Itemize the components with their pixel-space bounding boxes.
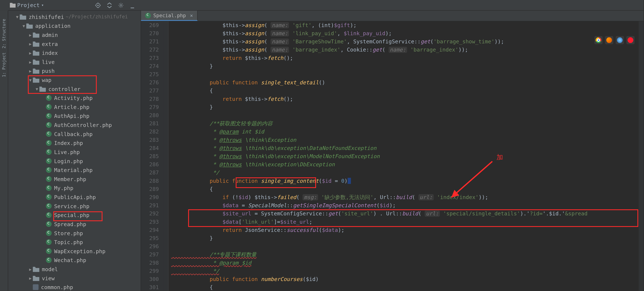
tree-item-member-php[interactable]: Member.php [8,174,140,184]
tree-item-wapexception-php[interactable]: WapException.php [8,247,140,256]
tree-item-publicapi-php[interactable]: PublicApi.php [8,193,140,202]
line-number: 270 [149,29,159,38]
php-class-icon [46,194,52,200]
tree-item-callback-php[interactable]: Callback.php [8,129,140,138]
tree-item-view[interactable]: ▶view [8,274,140,283]
tree-item-push[interactable]: ▶push [8,66,140,75]
line-number: 285 [149,152,159,161]
tree-item-application[interactable]: ▼application [8,21,140,30]
tree-item-service-php[interactable]: Service.php [8,202,140,211]
tree-item-activity-php[interactable]: Activity.php [8,93,140,102]
line-number: 299 [149,267,159,275]
line-number: 298 [149,259,159,267]
annotation-arrow [448,156,496,202]
tree-item-wap[interactable]: ▼wap [8,75,140,84]
chrome-icon[interactable] [594,36,603,44]
folder-icon [39,86,46,92]
svg-point-1 [97,4,98,6]
folder-icon [33,68,39,74]
folder-icon [10,2,16,7]
php-class-icon [46,176,52,182]
line-gutter: 2692702712722732742752762772782792802812… [141,21,164,291]
project-dropdown[interactable]: Project ▾ [8,2,46,8]
tree-item-article-php[interactable]: Article.php [8,102,140,112]
php-class-icon [46,122,52,128]
line-number: 292 [149,210,159,218]
folder-icon [20,14,26,20]
line-number: 277 [149,87,159,95]
php-class-icon [46,158,52,164]
project-tool[interactable]: 1: Project [2,52,6,77]
php-class-icon [46,167,52,173]
tree-item-special-php[interactable]: Special.php [8,211,140,220]
structure-tool[interactable]: 2: Structure [2,19,6,48]
project-label: Project [17,2,40,8]
line-number: 275 [149,70,159,79]
tree-item-wechat-php[interactable]: Wechat.php [8,256,140,265]
line-number: 297 [149,251,159,259]
php-class-icon [46,95,52,101]
safari-icon[interactable] [616,36,624,44]
php-class-icon [46,239,52,245]
tree-item-topic-php[interactable]: Topic.php [8,238,140,247]
php-class-icon [46,221,52,227]
line-number: 271 [149,38,159,46]
tree-item-common[interactable]: common.php [8,283,140,291]
code-area[interactable]: $this->assign( name: 'gift', (int)$gift)… [168,21,638,291]
php-class-icon [46,140,52,146]
folder-icon [33,32,39,38]
error-stripe[interactable] [638,21,644,291]
tab-label: Special.php [154,12,186,18]
line-number: 288 [149,177,159,185]
tree-item-material-php[interactable]: Material.php [8,166,140,175]
svg-point-6 [120,4,122,6]
hide-icon[interactable]: ⎯ [129,2,136,8]
line-number: 291 [149,202,159,210]
folder-icon [33,50,39,56]
line-number: 295 [149,234,159,243]
tree-item-admin[interactable]: ▶admin [8,30,140,39]
php-file-icon [33,284,38,290]
line-number: 278 [149,95,159,103]
folder-icon [26,23,33,29]
collapse-icon[interactable] [106,2,112,8]
tree-item-live-php[interactable]: Live.php [8,148,140,157]
tree-item-index[interactable]: ▶index [8,48,140,57]
opera-icon[interactable] [626,36,634,44]
tree-item-my-php[interactable]: My.php [8,184,140,193]
line-number: 283 [149,136,159,144]
line-number: 294 [149,226,159,234]
tree-item-extra[interactable]: ▶extra [8,39,140,48]
line-number: 273 [149,54,159,62]
tree-item-spread-php[interactable]: Spread.php [8,220,140,229]
line-number: 287 [149,169,159,177]
fold-column[interactable] [164,21,169,291]
php-class-icon [46,230,52,236]
project-tree[interactable]: ▼zhishifufei~/Project/zhishifufei▼applic… [8,10,141,291]
tree-item-live[interactable]: ▶live [8,57,140,66]
line-number: 280 [149,111,159,120]
php-class-icon [46,104,52,110]
firefox-icon[interactable] [605,36,613,44]
tree-item-login-php[interactable]: Login.php [8,156,140,166]
tab-special[interactable]: Special.php × [141,10,197,21]
tree-item-index-php[interactable]: Index.php [8,138,140,148]
php-class-icon [46,185,52,191]
line-number: 276 [149,79,159,87]
svg-line-7 [452,161,492,197]
tree-item-zhishifufei[interactable]: ▼zhishifufei~/Project/zhishifufei [8,12,140,21]
gear-icon[interactable] [118,2,124,8]
tree-item-store-php[interactable]: Store.php [8,229,140,238]
tree-item-controller[interactable]: ▼controller [8,84,140,93]
tree-item-authapi-php[interactable]: AuthApi.php [8,111,140,120]
line-number: 300 [149,275,159,284]
close-icon[interactable]: × [190,12,193,18]
target-icon[interactable] [94,2,101,8]
tree-item-model[interactable]: ▶model [8,265,140,274]
line-number: 281 [149,120,159,128]
annotation-label: 加 [496,153,503,161]
line-number: 293 [149,218,159,226]
line-number: 282 [149,128,159,136]
tree-item-authcontroller-php[interactable]: AuthController.php [8,120,140,130]
dropdown-glyph: ▾ [41,3,44,7]
